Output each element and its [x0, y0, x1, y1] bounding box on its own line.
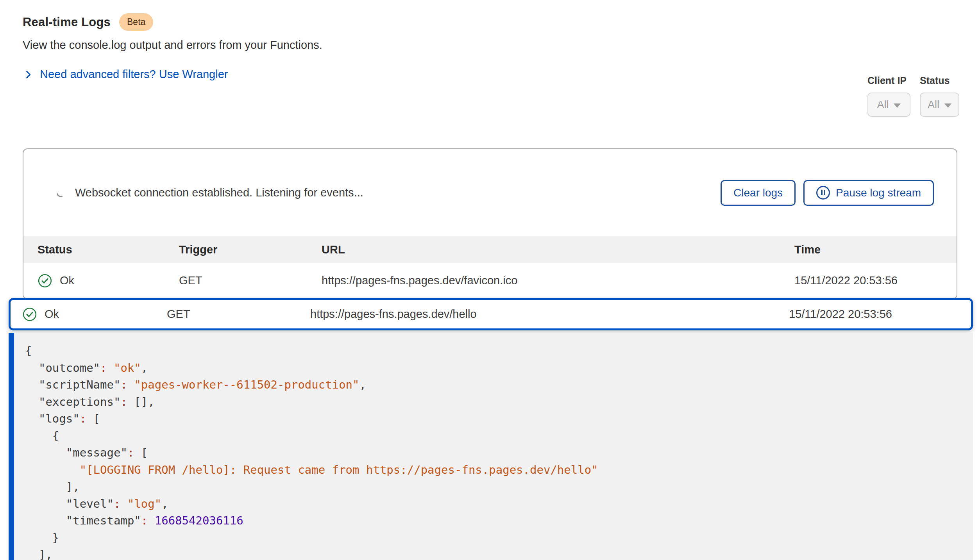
page-header: Real-time Logs Beta View the console.log…: [23, 13, 322, 81]
page-title: Real-time Logs: [23, 15, 111, 29]
wrangler-link[interactable]: Need advanced filters? Use Wrangler: [23, 68, 322, 81]
row-url: https://pages-fns.pages.dev/hello: [310, 308, 789, 321]
connection-status: Websocket connection established. Listen…: [75, 186, 721, 199]
wrangler-link-text[interactable]: Need advanced filters? Use Wrangler: [40, 68, 228, 81]
client-ip-value: All: [877, 99, 889, 111]
row-trigger: GET: [167, 308, 310, 321]
caret-down-icon: [894, 103, 901, 108]
row-url: https://pages-fns.pages.dev/favicon.ico: [322, 274, 794, 287]
column-header-url: URL: [322, 243, 794, 256]
page-subtitle: View the console.log output and errors f…: [23, 39, 322, 52]
log-detail-panel: { "outcome": "ok", "scriptName": "pages-…: [9, 333, 973, 560]
status-dropdown[interactable]: All: [920, 93, 959, 117]
logs-card: Websocket connection established. Listen…: [23, 148, 957, 299]
table-header: Status Trigger URL Time: [23, 236, 957, 263]
check-circle-icon: [22, 307, 37, 322]
chevron-right-icon: [23, 69, 34, 80]
table-row[interactable]: Ok GET https://pages-fns.pages.dev/favic…: [23, 263, 957, 298]
table-row-selected[interactable]: Ok GET https://pages-fns.pages.dev/hello…: [9, 298, 973, 330]
row-status: Ok: [45, 308, 59, 321]
row-time: 15/11/2022 20:53:56: [789, 308, 959, 321]
client-ip-label: Client IP: [867, 75, 910, 86]
caret-down-icon: [944, 103, 951, 108]
logs-toolbar: Websocket connection established. Listen…: [23, 149, 957, 236]
clear-logs-button[interactable]: Clear logs: [721, 180, 796, 206]
pause-icon: [816, 186, 830, 200]
status-label: Status: [920, 75, 959, 86]
status-value: All: [928, 99, 939, 111]
expanded-log-entry: Ok GET https://pages-fns.pages.dev/hello…: [9, 298, 973, 560]
log-detail-json: { "outcome": "ok", "scriptName": "pages-…: [25, 342, 973, 560]
pause-log-stream-button[interactable]: Pause log stream: [803, 180, 934, 206]
row-time: 15/11/2022 20:53:56: [794, 274, 942, 287]
spinner-icon: [55, 188, 66, 198]
check-circle-icon: [38, 273, 52, 288]
column-header-trigger: Trigger: [179, 243, 322, 256]
log-filters: Client IP All Status All: [867, 75, 959, 117]
pause-button-label: Pause log stream: [836, 187, 921, 199]
row-trigger: GET: [179, 274, 322, 287]
beta-badge: Beta: [119, 13, 153, 31]
row-status: Ok: [60, 274, 74, 287]
column-header-status: Status: [38, 243, 179, 256]
column-header-time: Time: [794, 243, 942, 256]
client-ip-dropdown[interactable]: All: [867, 93, 910, 117]
